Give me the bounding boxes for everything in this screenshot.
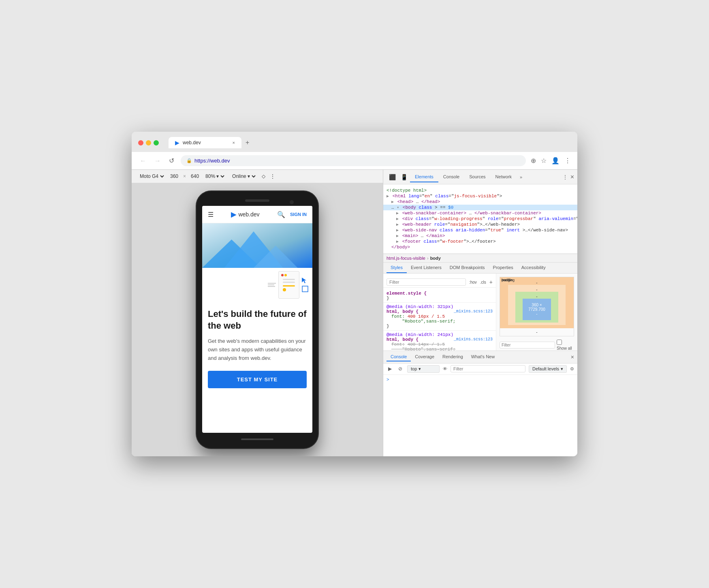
tab-dom-breakpoints[interactable]: DOM Breakpoints xyxy=(446,263,489,273)
device-toolbar-icon[interactable]: ◇ xyxy=(262,173,265,179)
console-play-button[interactable]: ▶ xyxy=(387,365,393,372)
prop-roboto-2: "Roboto",sans-serif; xyxy=(387,347,493,351)
tab-properties[interactable]: Properties xyxy=(489,263,517,273)
box-filter-input[interactable] xyxy=(500,342,555,349)
tab-sources[interactable]: Sources xyxy=(464,172,490,182)
html-tag-body-close: </body> xyxy=(391,245,410,250)
star-icon[interactable]: ☆ xyxy=(541,157,547,165)
element-style-close: } xyxy=(387,296,493,301)
html-attr-inert: inert xyxy=(506,228,520,233)
maximize-traffic-light[interactable] xyxy=(154,140,159,145)
expand-progress: ▶ xyxy=(396,217,399,221)
svg-rect-8 xyxy=(302,286,308,292)
list-icon xyxy=(268,282,276,288)
cursor-icon xyxy=(302,278,308,284)
prop-font-2: font: 400 14px / 1.5 xyxy=(387,342,493,347)
address-field[interactable]: 🔒 https://web.dev xyxy=(181,155,526,166)
web-logo: ▶ web.dev xyxy=(231,210,259,219)
source-link-1[interactable]: _mixins.scss:123 xyxy=(454,309,493,314)
tab-accessibility[interactable]: Accessibility xyxy=(517,263,550,273)
console-bar: ▶ ⊘ top ▾ 👁 Default levels ▾ ⚙ xyxy=(383,363,577,375)
back-button[interactable]: ← xyxy=(138,156,148,166)
reload-button[interactable]: ↺ xyxy=(167,155,176,166)
device-mode-button[interactable]: 📱 xyxy=(398,172,410,182)
hamburger-menu-icon[interactable]: ☰ xyxy=(208,211,214,218)
console-eye-icon[interactable]: 👁 xyxy=(443,366,447,371)
breadcrumb-body[interactable]: body xyxy=(430,256,441,261)
html-line-progress[interactable]: ▶ <div class="w-loading-progress" role="… xyxy=(383,216,577,222)
console-prompt[interactable]: > xyxy=(387,377,389,382)
doctype-text: <!doctype html> xyxy=(387,188,427,193)
tab-styles[interactable]: Styles xyxy=(387,263,407,273)
html-line-head[interactable]: ▶ <head> … </head> xyxy=(383,199,577,205)
html-line-sidenav[interactable]: ▶ <web-side-nav class aria-hidden="true"… xyxy=(383,227,577,233)
network-selector[interactable]: Online ▾ xyxy=(231,173,257,180)
console-stop-button[interactable]: ⊘ xyxy=(397,365,404,372)
bottom-panel-close-button[interactable]: × xyxy=(571,354,574,360)
address-bar: ← → ↺ 🔒 https://web.dev ⊕ ☆ 👤 ⋮ xyxy=(132,152,577,170)
expand-sidenav: ▶ xyxy=(396,228,399,233)
phone-bottom xyxy=(202,438,312,440)
html-line-header[interactable]: ▶ <web-header role="navigation">…</web-h… xyxy=(383,222,577,227)
outer-dash: - xyxy=(500,328,574,336)
devtools-close-button[interactable]: × xyxy=(570,173,574,181)
mobile-phone: ☰ ▶ web.dev 🔍 SIGN IN xyxy=(196,191,318,448)
more-tabs-button[interactable]: » xyxy=(517,173,525,181)
show-all-checkbox[interactable] xyxy=(557,340,562,345)
bottom-tab-rendering[interactable]: Rendering xyxy=(438,353,467,361)
html-line-body-close[interactable]: </body> xyxy=(383,244,577,250)
html-val-w-footer: w-footer xyxy=(442,239,464,244)
box-margin: margin - border - padding - 360 × 7729.7… xyxy=(500,277,574,328)
browser-tab[interactable]: ▶ web.dev × xyxy=(169,137,241,148)
inspect-element-button[interactable]: ⬛ xyxy=(387,172,398,182)
tab-event-listeners[interactable]: Event Listeners xyxy=(407,263,446,273)
html-attr-lang: lang xyxy=(408,194,419,199)
card-line-2 xyxy=(283,282,295,283)
html-attr-body-class: class xyxy=(419,205,432,210)
web-header-right: 🔍 SIGN IN xyxy=(277,211,307,218)
more-menu-icon[interactable]: ⋮ xyxy=(564,157,571,165)
tab-network[interactable]: Network xyxy=(491,172,517,182)
minimize-traffic-light[interactable] xyxy=(146,140,151,145)
tab-elements[interactable]: Elements xyxy=(410,172,438,182)
device-toolbar-more[interactable]: ⋮ xyxy=(270,173,275,179)
close-traffic-light[interactable] xyxy=(138,140,143,145)
bottom-tab-console[interactable]: Console xyxy=(387,353,411,361)
zoom-selector[interactable]: 80% ▾ xyxy=(204,173,226,180)
sign-in-button[interactable]: SIGN IN xyxy=(290,212,307,217)
device-selector[interactable]: Moto G4 xyxy=(138,173,165,180)
html-line-doctype[interactable]: <!doctype html> xyxy=(383,188,577,193)
new-tab-button[interactable]: + xyxy=(241,137,253,149)
html-line-html[interactable]: ▶ <html lang="en" class="js-focus-visibl… xyxy=(383,193,577,199)
tab-close-button[interactable]: × xyxy=(233,140,235,145)
cls-button[interactable]: .cls xyxy=(480,280,486,284)
console-filter-input[interactable] xyxy=(451,365,525,372)
html-val-focus: js-focus-visible xyxy=(454,194,497,199)
context-arrow: ▾ xyxy=(419,366,421,372)
test-my-site-button[interactable]: TEST MY SITE xyxy=(208,371,307,388)
avatar-icon[interactable]: 👤 xyxy=(551,157,560,165)
search-icon[interactable]: 🔍 xyxy=(277,211,285,218)
devtools-panel: ⬛ 📱 Elements Console Sources Network » ⋮… xyxy=(383,170,577,456)
breadcrumb-bar: html.js-focus-visible › body xyxy=(383,254,577,263)
tab-console[interactable]: Console xyxy=(438,172,464,182)
add-style-button[interactable]: + xyxy=(489,279,493,285)
html-line-main[interactable]: ▶ <main> … </main> xyxy=(383,233,577,239)
html-line-snackbar[interactable]: ▶ <web-snackbar-container> … </web-snack… xyxy=(383,210,577,216)
console-level-selector[interactable]: Default levels ▾ xyxy=(529,365,567,373)
hov-button[interactable]: :hov xyxy=(469,280,477,284)
html-line-body[interactable]: … ▾ <body class > == $0 xyxy=(383,205,577,210)
expand-arrow-head: ▶ xyxy=(391,200,394,204)
breadcrumb-html[interactable]: html.js-focus-visible xyxy=(387,256,425,261)
expand-arrow-html: ▶ xyxy=(387,194,389,199)
bottom-tab-coverage[interactable]: Coverage xyxy=(411,353,438,361)
devtools-more-button[interactable]: ⋮ xyxy=(560,172,570,182)
plus-circle-icon[interactable]: ⊕ xyxy=(531,157,536,165)
styles-filter-input[interactable] xyxy=(387,278,466,286)
source-link-2[interactable]: _mixins.scss:123 xyxy=(454,337,493,342)
html-line-footer[interactable]: ▶ <footer class="w-footer">…</footer> xyxy=(383,239,577,244)
bottom-tab-whats-new[interactable]: What's New xyxy=(467,353,499,361)
forward-button[interactable]: → xyxy=(153,156,162,166)
console-context-selector[interactable]: top ▾ xyxy=(407,365,440,373)
console-settings-icon[interactable]: ⚙ xyxy=(570,366,574,372)
